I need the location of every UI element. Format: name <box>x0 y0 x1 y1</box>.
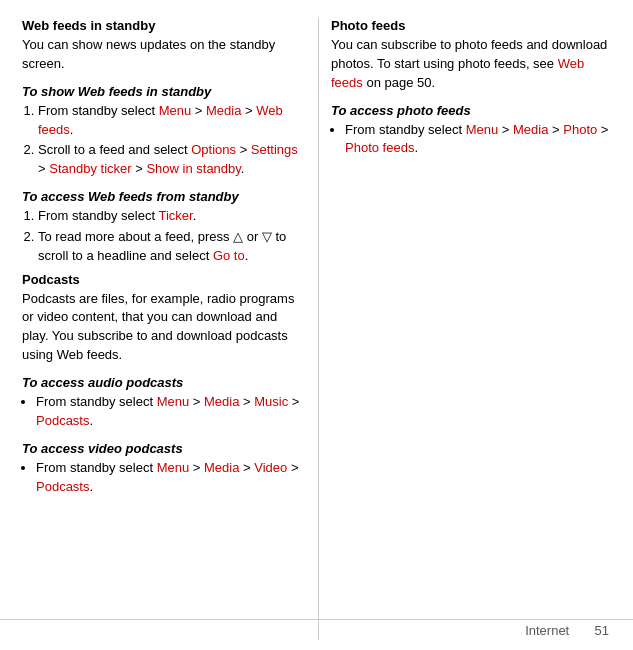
menu-link2[interactable]: Menu <box>157 394 190 409</box>
settings-link[interactable]: Settings <box>251 142 298 157</box>
step1-access: From standby select Ticker. <box>38 208 196 223</box>
photo-feeds-body2: on page 50. <box>363 75 435 90</box>
show-web-feeds-steps: From standby select Menu > Media > Web f… <box>22 102 306 179</box>
photo-feeds-body: You can subscribe to photo feeds and dow… <box>331 36 615 93</box>
step1-text: From standby select Menu > Media > Web f… <box>38 103 283 137</box>
media-link2[interactable]: Media <box>204 394 239 409</box>
step2-access: To read more about a feed, press △ or ▽ … <box>38 229 286 263</box>
list-item: Scroll to a feed and select Options > Se… <box>38 141 306 179</box>
photo-feeds-list: From standby select Menu > Media > Photo… <box>331 121 615 159</box>
media-link3[interactable]: Media <box>204 460 239 475</box>
show-in-standby-link[interactable]: Show in standby <box>146 161 240 176</box>
footer: Internet 51 <box>525 623 609 638</box>
podcasts-link1[interactable]: Podcasts <box>36 413 89 428</box>
audio-podcasts-heading: To access audio podcasts <box>22 375 306 390</box>
podcasts-body: Podcasts are files, for example, radio p… <box>22 290 306 365</box>
standby-ticker-link[interactable]: Standby ticker <box>49 161 131 176</box>
page-content: Web feeds in standby You can show news u… <box>0 0 633 650</box>
menu-link4[interactable]: Menu <box>466 122 499 137</box>
photo-link[interactable]: Photo <box>563 122 597 137</box>
options-link[interactable]: Options <box>191 142 236 157</box>
photo-feeds-heading: Photo feeds <box>331 18 615 33</box>
video-podcast-item: From standby select Menu > Media > Video… <box>36 460 299 494</box>
media-link4[interactable]: Media <box>513 122 548 137</box>
list-item: From standby select Menu > Media > Music… <box>36 393 306 431</box>
audio-podcasts-list: From standby select Menu > Media > Music… <box>22 393 306 431</box>
menu-link3[interactable]: Menu <box>157 460 190 475</box>
access-photo-feeds-heading: To access photo feeds <box>331 103 615 118</box>
footer-page-number: 51 <box>595 623 609 638</box>
goto-link[interactable]: Go to <box>213 248 245 263</box>
video-podcasts-list: From standby select Menu > Media > Video… <box>22 459 306 497</box>
list-item: From standby select Menu > Media > Video… <box>36 459 306 497</box>
list-item: From standby select Ticker. <box>38 207 306 226</box>
video-link[interactable]: Video <box>254 460 287 475</box>
footer-divider <box>0 619 633 620</box>
right-column: Photo feeds You can subscribe to photo f… <box>318 18 633 640</box>
photo-feeds-item: From standby select Menu > Media > Photo… <box>345 122 608 156</box>
list-item: From standby select Menu > Media > Web f… <box>38 102 306 140</box>
music-link[interactable]: Music <box>254 394 288 409</box>
media-link1[interactable]: Media <box>206 103 241 118</box>
audio-podcast-item: From standby select Menu > Media > Music… <box>36 394 299 428</box>
access-web-feeds-standby-heading: To access Web feeds from standby <box>22 189 306 204</box>
access-web-feeds-steps: From standby select Ticker. To read more… <box>22 207 306 266</box>
video-podcasts-heading: To access video podcasts <box>22 441 306 456</box>
photo-feeds-link[interactable]: Photo feeds <box>345 140 414 155</box>
step2-text: Scroll to a feed and select Options > Se… <box>38 142 298 176</box>
list-item: From standby select Menu > Media > Photo… <box>345 121 615 159</box>
ticker-link[interactable]: Ticker <box>158 208 192 223</box>
web-feeds-standby-heading: Web feeds in standby <box>22 18 306 33</box>
footer-label: Internet <box>525 623 569 638</box>
show-web-feeds-heading: To show Web feeds in standby <box>22 84 306 99</box>
web-feeds-standby-body: You can show news updates on the standby… <box>22 36 306 74</box>
podcasts-link2[interactable]: Podcasts <box>36 479 89 494</box>
podcasts-heading: Podcasts <box>22 272 306 287</box>
menu-link1[interactable]: Menu <box>159 103 192 118</box>
list-item: To read more about a feed, press △ or ▽ … <box>38 228 306 266</box>
left-column: Web feeds in standby You can show news u… <box>0 18 318 640</box>
